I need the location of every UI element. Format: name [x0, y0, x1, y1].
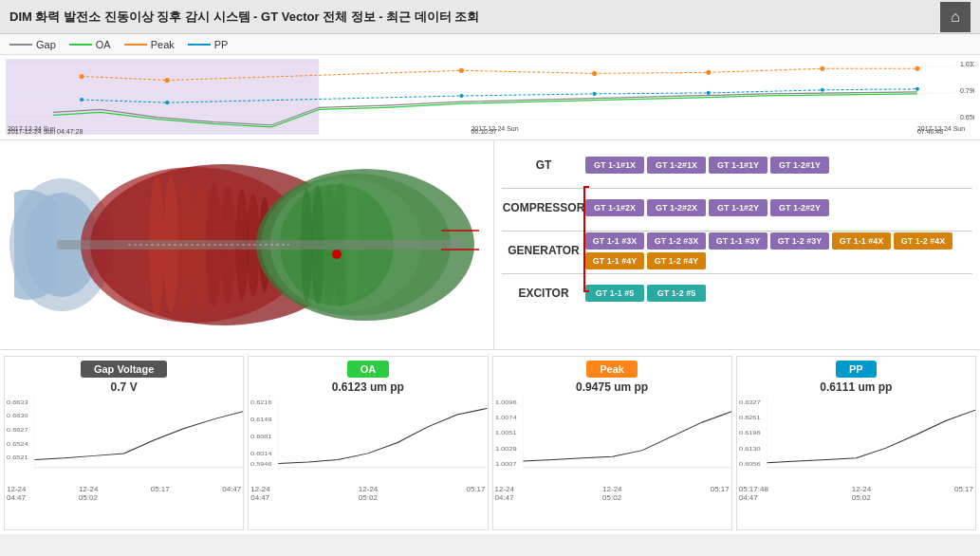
svg-text:0.6149: 0.6149 [250, 416, 272, 421]
excitor-label: EXCITOR [502, 287, 585, 300]
svg-text:06:16:37: 06:16:37 [471, 128, 496, 135]
compressor-row: COMPRESSOR GT 1-1#2X GT 1-2#2X GT 1-1#2Y… [502, 189, 972, 227]
svg-text:0.6216: 0.6216 [250, 398, 272, 404]
svg-text:0.6633: 0.6633 [7, 398, 28, 404]
svg-text:1.0074: 1.0074 [495, 415, 517, 420]
btn-gt-1-2x[interactable]: GT 1-2#1X [647, 157, 706, 174]
gap-voltage-badge: Gap Voltage [81, 361, 167, 378]
gap-voltage-value: 0.7 V [111, 380, 138, 394]
legend-peak: Peak [124, 39, 175, 50]
svg-text:0.6056: 0.6056 [739, 461, 761, 467]
btn-gt-1-2-5[interactable]: GT 1-2 #5 [647, 285, 706, 302]
peak-card: Peak 0.9475 um pp 1.0096 1.0074 1.0051 1… [492, 356, 732, 530]
pp-label: PP [214, 39, 229, 50]
bottom-charts: Gap Voltage 0.7 V 0.6633 0.6630 0.6627 0… [0, 349, 980, 534]
page-title: DIM 화력 발전소 진동이상 징후 감시 시스템 - GT Vector 전체… [9, 9, 479, 26]
excitor-buttons: GT 1-1 #5 GT 1-2 #5 [585, 285, 706, 302]
red-bracket [583, 186, 589, 292]
oa-value: 0.6123 um pp [332, 380, 404, 394]
oa-card: OA 0.6123 um pp 0.6216 0.6149 0.6081 0.6… [248, 356, 488, 530]
svg-text:0.6081: 0.6081 [250, 433, 272, 438]
btn-gt-1-1-4y[interactable]: GT 1-1 #4Y [585, 252, 644, 269]
component-panel: GT GT 1-1#1X GT 1-2#1X GT 1-1#1Y GT 1-2#… [493, 140, 980, 349]
svg-text:1.0029: 1.0029 [495, 445, 517, 451]
pp-line [188, 44, 211, 46]
svg-text:0.6327: 0.6327 [739, 398, 761, 404]
compressor-label: COMPRESSOR [502, 201, 585, 214]
svg-text:0.6524: 0.6524 [7, 441, 28, 447]
body-area: GT GT 1-1#1X GT 1-2#1X GT 1-1#1Y GT 1-2#… [0, 140, 980, 349]
gap-voltage-card: Gap Voltage 0.7 V 0.6633 0.6630 0.6627 0… [4, 356, 244, 530]
oa-label: OA [96, 39, 111, 50]
btn-gt-1-1-3x[interactable]: GT 1-1 #3X [585, 232, 644, 250]
gap-voltage-chart: 0.6633 0.6630 0.6627 0.6524 0.6521 12-24… [5, 398, 243, 529]
peak-badge: Peak [586, 361, 638, 378]
btn-gt-1-1-4x[interactable]: GT 1-1 #4X [832, 232, 891, 250]
overview-chart: 2017-12-24 Sun 2017-12-24 Sun 04:47:28 2… [0, 55, 980, 140]
peak-svg: 1.0096 1.0074 1.0051 1.0029 1.0007 [493, 398, 731, 483]
btn-gt-1-2-3x[interactable]: GT 1-2 #3X [647, 232, 706, 250]
gt-row: GT GT 1-1#1X GT 1-2#1X GT 1-1#1Y GT 1-2#… [502, 146, 972, 184]
svg-text:0.6561: 0.6561 [960, 114, 974, 121]
svg-text:2017-12-24 Sun 04:47:28: 2017-12-24 Sun 04:47:28 [8, 128, 83, 135]
svg-text:1.0051: 1.0051 [495, 430, 517, 436]
home-button[interactable]: ⌂ [940, 2, 971, 32]
btn-gt-1-2-2x[interactable]: GT 1-2#2X [647, 199, 706, 216]
btn-gt-1-1-2x[interactable]: GT 1-1#2X [585, 199, 644, 216]
gt-diagram [0, 140, 493, 349]
btn-gt-1-2-4y[interactable]: GT 1-2 #4Y [647, 252, 706, 269]
compressor-buttons: GT 1-1#2X GT 1-2#2X GT 1-1#2Y GT 1-2#2Y [585, 199, 829, 216]
btn-gt-1-2y[interactable]: GT 1-2#1Y [770, 157, 829, 174]
gap-voltage-svg: 0.6633 0.6630 0.6627 0.6524 0.6521 [5, 398, 243, 483]
btn-gt-1-1y[interactable]: GT 1-1#1Y [709, 157, 767, 174]
svg-rect-0 [6, 59, 319, 135]
peak-xaxis: 12-2404:47 12-2405:02 05:17 [493, 485, 731, 502]
svg-text:0.6630: 0.6630 [7, 413, 28, 418]
svg-text:0.6130: 0.6130 [739, 445, 761, 451]
pp-badge: PP [836, 361, 877, 378]
svg-text:1.0335: 1.0335 [960, 61, 974, 68]
pp-header: PP 0.6111 um pp [737, 357, 975, 398]
peak-label: Peak [151, 39, 175, 50]
btn-gt-1-1x[interactable]: GT 1-1#1X [585, 157, 644, 174]
btn-gt-1-2-2y[interactable]: GT 1-2#2Y [770, 199, 829, 216]
gt-buttons: GT 1-1#1X GT 1-2#1X GT 1-1#1Y GT 1-2#1Y [585, 157, 829, 174]
svg-text:0.6014: 0.6014 [250, 450, 272, 455]
svg-point-54 [332, 250, 342, 259]
svg-text:0.6627: 0.6627 [7, 427, 28, 433]
btn-gt-1-1-5[interactable]: GT 1-1 #5 [585, 285, 644, 302]
peak-line [124, 44, 147, 46]
svg-text:0.7965: 0.7965 [960, 87, 974, 95]
pp-svg: 0.6327 0.8261 0.6196 0.6130 0.6056 [737, 398, 975, 483]
oa-badge: OA [347, 361, 390, 378]
gap-voltage-header: Gap Voltage 0.7 V [5, 357, 243, 398]
svg-text:0.6521: 0.6521 [7, 454, 28, 460]
pp-chart: 0.6327 0.8261 0.6196 0.6130 0.6056 05:17… [737, 398, 975, 529]
header: DIM 화력 발전소 진동이상 징후 감시 시스템 - GT Vector 전체… [0, 0, 980, 34]
svg-text:1.0007: 1.0007 [495, 461, 517, 467]
peak-header: Peak 0.9475 um pp [493, 357, 731, 398]
svg-text:1.0096: 1.0096 [495, 398, 517, 404]
btn-gt-1-2-3y[interactable]: GT 1-2 #3Y [770, 232, 829, 250]
oa-header: OA 0.6123 um pp [249, 357, 487, 398]
btn-gt-1-1-3y[interactable]: GT 1-1 #3Y [709, 232, 767, 250]
btn-gt-1-2-4x[interactable]: GT 1-2 #4X [894, 232, 952, 250]
pp-xaxis: 05:17:4804:47 12-2405:02 05:17 [737, 485, 975, 502]
legend-bar: Gap OA Peak PP [0, 34, 980, 55]
legend-gap: Gap [9, 39, 56, 50]
pp-value: 0.6111 um pp [820, 380, 892, 394]
svg-text:07:46:48: 07:46:48 [917, 128, 943, 135]
home-icon: ⌂ [951, 9, 960, 26]
peak-chart: 1.0096 1.0074 1.0051 1.0029 1.0007 12-24… [493, 398, 731, 529]
excitor-row: EXCITOR GT 1-1 #5 GT 1-2 #5 [502, 274, 972, 312]
svg-text:0.8261: 0.8261 [739, 415, 761, 420]
oa-xaxis: 12-2404:47 12-2405:02 05:17 [249, 485, 487, 502]
gap-label: Gap [36, 39, 56, 50]
oa-svg: 0.6216 0.6149 0.6081 0.6014 0.5946 [249, 398, 487, 483]
btn-gt-1-1-2y[interactable]: GT 1-1#2Y [709, 199, 767, 216]
overview-svg: 2017-12-24 Sun 2017-12-24 Sun 04:47:28 2… [6, 59, 974, 135]
generator-label: GENERATOR [502, 244, 585, 257]
oa-line [69, 44, 92, 46]
generator-row: GENERATOR GT 1-1 #3X GT 1-2 #3X GT 1-1 #… [502, 232, 972, 269]
peak-value: 0.9475 um pp [576, 380, 648, 394]
